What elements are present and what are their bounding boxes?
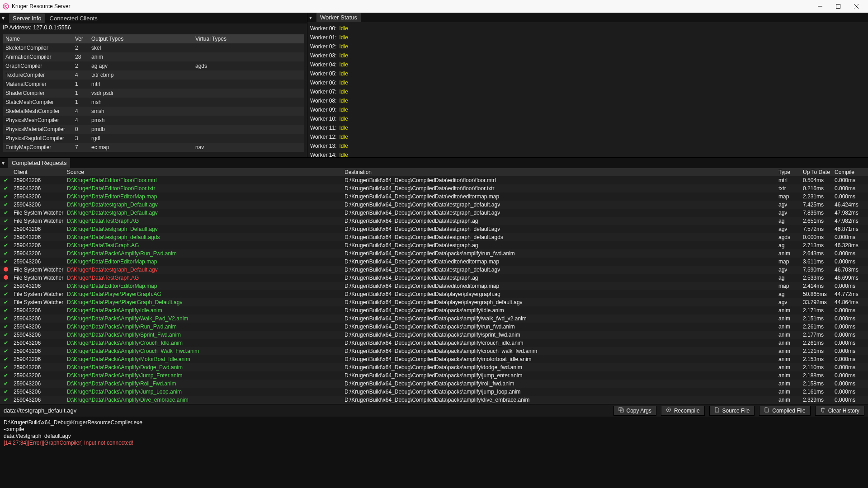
request-row[interactable]: ✔259043206D:\Kruger\Data\Packs\Amplify\I… xyxy=(0,306,868,314)
request-row[interactable]: File System WatcherD:\Kruger\Data\testgr… xyxy=(0,266,868,274)
compiler-row[interactable]: MaterialCompiler1mtrl xyxy=(3,80,304,89)
btn-label: Compiled File xyxy=(772,408,805,414)
request-row[interactable]: ✔259043206D:\Kruger\Data\Packs\Amplify\W… xyxy=(0,314,868,323)
error-icon xyxy=(4,275,8,281)
request-row[interactable]: ✔259043206D:\Kruger\Data\testgraph_Defau… xyxy=(0,201,868,209)
request-row[interactable]: ✔259043206D:\Kruger\Data\Packs\Amplify\R… xyxy=(0,380,868,388)
compiler-row[interactable]: PhysicsRagdollCompiler3rgdl xyxy=(3,134,304,143)
request-row[interactable]: ✔File System WatcherD:\Kruger\Data\TestG… xyxy=(0,217,868,225)
dropdown-icon[interactable]: ▾ xyxy=(309,14,316,21)
copy-args-button[interactable]: Copy Args xyxy=(613,406,656,416)
check-icon: ✔ xyxy=(4,185,8,192)
source-file-button[interactable]: Source File xyxy=(709,406,755,416)
check-icon: ✔ xyxy=(4,210,8,216)
check-icon: ✔ xyxy=(4,324,8,330)
svg-point-6 xyxy=(4,275,8,280)
compiler-row[interactable]: PhysicsMaterialCompiler0pmdb xyxy=(3,125,304,134)
request-row[interactable]: ✔259043206D:\Kruger\Data\Packs\Amplify\C… xyxy=(0,339,868,347)
check-icon: ✔ xyxy=(4,299,8,305)
compiler-row[interactable]: PhysicsMeshCompiler4pmsh xyxy=(3,116,304,125)
minimize-button[interactable] xyxy=(811,0,829,13)
check-icon: ✔ xyxy=(4,356,8,362)
request-row[interactable]: ✔259043206D:\Kruger\Data\Packs\Amplify\J… xyxy=(0,388,868,396)
btn-label: Recompile xyxy=(674,408,700,414)
col-virt[interactable]: Virtual Types xyxy=(195,36,304,42)
col-client[interactable]: Client xyxy=(14,169,67,175)
request-row[interactable]: ✔259043206D:\Kruger\Data\Packs\Amplify\M… xyxy=(0,355,868,363)
request-row[interactable]: ✔File System WatcherD:\Kruger\Data\testg… xyxy=(0,209,868,217)
compiled-file-button[interactable]: Compiled File xyxy=(759,406,810,416)
app-icon xyxy=(3,3,9,9)
request-row[interactable]: ✔259043206D:\Kruger\Data\Editor\Floor\Fl… xyxy=(0,184,868,192)
close-button[interactable] xyxy=(847,0,865,13)
window-title: Kruger Resource Server xyxy=(12,3,811,9)
log-output: D:\Kruger\Build\x64_Debug\KrugerResource… xyxy=(0,417,868,488)
log-line: D:\Kruger\Build\x64_Debug\KrugerResource… xyxy=(4,419,864,426)
col-up-to-date[interactable]: Up To Date xyxy=(803,169,835,175)
requests-header-row: Client Source Destination Type Up To Dat… xyxy=(0,168,868,176)
request-row[interactable]: ✔259043206D:\Kruger\Data\TestGraph.AGD:\… xyxy=(0,241,868,249)
request-row[interactable]: ✔259043206D:\Kruger\Data\Packs\Amplify\S… xyxy=(0,331,868,339)
compiler-row[interactable]: GraphCompiler2ag agvagds xyxy=(3,61,304,70)
request-row[interactable]: ✔File System WatcherD:\Kruger\Data\Playe… xyxy=(0,290,868,298)
col-name[interactable]: Name xyxy=(3,36,75,42)
check-icon: ✔ xyxy=(4,307,8,314)
check-icon: ✔ xyxy=(4,242,8,249)
check-icon: ✔ xyxy=(4,218,8,224)
request-row[interactable]: ✔259043206D:\Kruger\Data\Editor\EditorMa… xyxy=(0,282,868,290)
compiler-row[interactable]: EntityMapCompiler7ec mapnav xyxy=(3,143,304,152)
selected-resource-uri: data://testgraph_default.agv xyxy=(4,407,609,414)
compiler-row[interactable]: ShaderCompiler1vsdr psdr xyxy=(3,89,304,98)
right-tabbar: ▾ Worker Status xyxy=(307,13,868,22)
check-icon: ✔ xyxy=(4,315,8,322)
check-icon: ✔ xyxy=(4,258,8,265)
dropdown-icon[interactable]: ▾ xyxy=(2,15,8,21)
worker-line: Worker 07:Idle xyxy=(310,87,865,96)
compiler-row[interactable]: SkeletalMeshCompiler4smsh xyxy=(3,107,304,116)
tab-server-info[interactable]: Server Info xyxy=(9,14,45,23)
request-row[interactable]: ✔File System WatcherD:\Kruger\Data\Playe… xyxy=(0,298,868,306)
check-icon: ✔ xyxy=(4,332,8,338)
col-destination[interactable]: Destination xyxy=(344,169,778,175)
worker-status-panel: ▾ Worker Status Worker 00:IdleWorker 01:… xyxy=(307,13,868,157)
log-line: -compile xyxy=(4,426,864,433)
clear-history-button[interactable]: Clear History xyxy=(815,406,864,416)
request-row[interactable]: ✔259043206D:\Kruger\Data\Packs\Amplify\R… xyxy=(0,323,868,331)
request-row[interactable]: ✔259043206D:\Kruger\Data\Packs\Amplify\R… xyxy=(0,249,868,258)
col-ver[interactable]: Ver xyxy=(75,36,91,42)
col-out[interactable]: Output Types xyxy=(91,36,195,42)
recompile-button[interactable]: Recompile xyxy=(661,406,705,416)
request-row[interactable]: ✔259043206D:\Kruger\Data\Editor\EditorMa… xyxy=(0,258,868,266)
compilers-header-row: Name Ver Output Types Virtual Types xyxy=(3,34,304,43)
maximize-button[interactable] xyxy=(829,0,847,13)
tab-completed-requests[interactable]: Completed Requests xyxy=(8,158,70,168)
request-row[interactable]: ✔259043206D:\Kruger\Data\Packs\Amplify\D… xyxy=(0,363,868,371)
trash-icon xyxy=(820,407,826,414)
dropdown-icon[interactable]: ▾ xyxy=(2,160,8,166)
request-row[interactable]: File System WatcherD:\Kruger\Data\TestGr… xyxy=(0,274,868,282)
request-row[interactable]: ✔259043206D:\Kruger\Data\testgraph_defau… xyxy=(0,233,868,241)
compiler-row[interactable]: SkeletonCompiler2skel xyxy=(3,43,304,52)
check-icon: ✔ xyxy=(4,177,8,183)
worker-line: Worker 02:Idle xyxy=(310,42,865,51)
compiler-row[interactable]: StaticMeshCompiler1msh xyxy=(3,98,304,107)
compiler-row[interactable]: TextureCompiler4txtr cbmp xyxy=(3,70,304,80)
tab-connected-clients[interactable]: Connected Clients xyxy=(46,14,101,23)
request-row[interactable]: ✔259043206D:\Kruger\Data\Editor\EditorMa… xyxy=(0,192,868,201)
request-row[interactable]: ✔259043206D:\Kruger\Data\Editor\Floor\Fl… xyxy=(0,176,868,184)
compiler-row[interactable]: AnimationCompiler28anim xyxy=(3,52,304,61)
check-icon: ✔ xyxy=(4,348,8,354)
worker-line: Worker 09:Idle xyxy=(310,105,865,114)
col-compile[interactable]: Compile xyxy=(835,169,867,175)
request-row[interactable]: ✔259043206D:\Kruger\Data\testgraph_Defau… xyxy=(0,225,868,233)
completed-requests-tabbar: ▾ Completed Requests xyxy=(0,157,868,168)
worker-line: Worker 11:Idle xyxy=(310,123,865,132)
col-type[interactable]: Type xyxy=(778,169,803,175)
request-row[interactable]: ✔259043206D:\Kruger\Data\Packs\Amplify\D… xyxy=(0,396,868,404)
server-info-panel: ▾ Server Info Connected Clients IP Addre… xyxy=(0,13,307,157)
col-source[interactable]: Source xyxy=(67,169,344,175)
request-row[interactable]: ✔259043206D:\Kruger\Data\Packs\Amplify\J… xyxy=(0,371,868,380)
check-icon: ✔ xyxy=(4,226,8,232)
tab-worker-status[interactable]: Worker Status xyxy=(316,13,361,22)
request-row[interactable]: ✔259043206D:\Kruger\Data\Packs\Amplify\C… xyxy=(0,347,868,355)
